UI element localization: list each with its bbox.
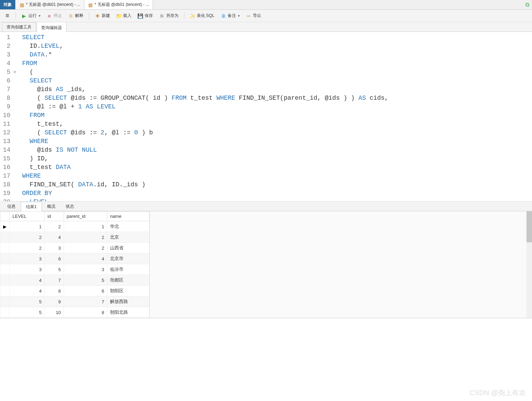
tab-object[interactable]: 对象 [0, 0, 16, 9]
export-label: 导出 [253, 13, 261, 19]
explain-icon: ⎘ [68, 13, 74, 19]
explain-label: 解释 [75, 13, 83, 19]
table-row[interactable]: 5108朝阳北路 [0, 307, 149, 318]
tab-result-1[interactable]: 结果1 [21, 202, 42, 211]
add-tab-icon[interactable]: ⧉ [523, 0, 532, 9]
tab-query-builder[interactable]: 查询创建工具 [2, 22, 36, 32]
run-label: 运行 [28, 13, 37, 19]
note-label: 备注 [228, 13, 236, 19]
tab-object-label: 对象 [3, 2, 12, 8]
table-row[interactable]: 486朝阳区 [0, 286, 149, 296]
toolbar: ≡ ▶ 运行 ■ 停止 ⎘ 解释 ✚ 新建 📁 载入 💾 保存 ⎘ 另存为 ✨ … [0, 10, 532, 22]
code-content[interactable]: SELECT ID.LEVEL, DATA.*FROM ( SELECT @id… [20, 32, 532, 201]
beautify-button[interactable]: ✨ 美化 SQL [187, 11, 217, 20]
separator [184, 12, 184, 20]
query-icon: ▦ [19, 2, 25, 8]
save-as-button[interactable]: ⎘ 另存为 [156, 11, 181, 20]
save-button[interactable]: 💾 保存 [135, 11, 156, 20]
result-table[interactable]: LEVELidparent_idname ▶121华北242北京232山西省36… [0, 211, 149, 318]
save-icon: 💾 [138, 13, 143, 19]
table-row[interactable]: 475尧都区 [0, 275, 149, 286]
separator [89, 12, 89, 20]
tab-query-2[interactable]: ▦ * 无标题 @db01 (tencent) - ... [84, 0, 153, 9]
save-label: 保存 [145, 13, 153, 19]
tab-overview[interactable]: 概况 [42, 202, 61, 211]
explain-button[interactable]: ⎘ 解释 [65, 11, 86, 20]
stop-icon: ■ [47, 13, 52, 19]
result-grid: LEVELidparent_idname ▶121华北242北京232山西省36… [0, 211, 532, 318]
line-gutter: 1234567891011121314151617181920 [0, 32, 14, 201]
export-icon: ⇨ [246, 13, 251, 19]
tab-query-1-label: * 无标题 @db01 (tencent) - ... [26, 2, 81, 8]
table-row[interactable]: 353临汾市 [0, 264, 149, 275]
new-label: 新建 [102, 13, 110, 19]
window-tab-bar: 对象 ▦ * 无标题 @db01 (tencent) - ... ▦ * 无标题… [0, 0, 532, 10]
result-tab-bar: 信息 结果1 概况 状态 [0, 202, 532, 211]
grid-empty-area [149, 211, 532, 318]
note-icon: 🗎 [221, 13, 226, 19]
export-button[interactable]: ⇨ 导出 [243, 11, 264, 20]
table-row[interactable]: 364北京市 [0, 253, 149, 264]
stop-label: 停止 [54, 13, 62, 19]
play-icon: ▶ [21, 13, 27, 19]
column-id[interactable]: id [45, 212, 64, 221]
beautify-label: 美化 SQL [197, 13, 214, 19]
save-as-label: 另存为 [166, 13, 178, 19]
sql-editor[interactable]: 1234567891011121314151617181920 ⊟ SELECT… [0, 32, 532, 202]
save-as-icon: ⎘ [159, 13, 165, 19]
column-parent_id[interactable]: parent_id [64, 212, 107, 221]
tab-query-2-label: * 无标题 @db01 (tencent) - ... [95, 2, 149, 8]
load-button[interactable]: 📁 载入 [113, 11, 134, 20]
column-LEVEL[interactable]: LEVEL [10, 212, 45, 221]
table-row[interactable]: 232山西省 [0, 243, 149, 253]
scrollbar-vertical[interactable] [526, 211, 532, 318]
new-icon: ✚ [95, 13, 100, 19]
note-button[interactable]: 🗎 备注 [218, 11, 242, 20]
table-row[interactable]: ▶121华北 [0, 221, 149, 232]
tab-query-editor[interactable]: 查询编辑器 [37, 23, 66, 32]
wand-icon: ✨ [190, 13, 195, 19]
menu-icon[interactable]: ≡ [2, 12, 13, 19]
watermark: CSDN @尧上有农 [469, 388, 526, 398]
editor-tab-bar: 查询创建工具 查询编辑器 [0, 22, 532, 32]
separator [16, 12, 16, 20]
column-name[interactable]: name [107, 212, 149, 221]
new-button[interactable]: ✚ 新建 [92, 11, 113, 20]
scroll-thumb[interactable] [526, 211, 532, 242]
table-row[interactable]: 242北京 [0, 232, 149, 243]
tab-query-1[interactable]: ▦ * 无标题 @db01 (tencent) - ... [16, 0, 84, 9]
table-row[interactable]: 597解放西路 [0, 296, 149, 307]
run-button[interactable]: ▶ 运行 [19, 11, 43, 20]
fold-gutter: ⊟ [14, 32, 20, 201]
tab-info[interactable]: 信息 [2, 202, 21, 211]
folder-icon: 📁 [116, 13, 122, 19]
stop-button[interactable]: ■ 停止 [44, 11, 65, 20]
tab-status[interactable]: 状态 [61, 202, 79, 211]
load-label: 载入 [123, 13, 131, 19]
query-icon: ▦ [88, 2, 93, 8]
